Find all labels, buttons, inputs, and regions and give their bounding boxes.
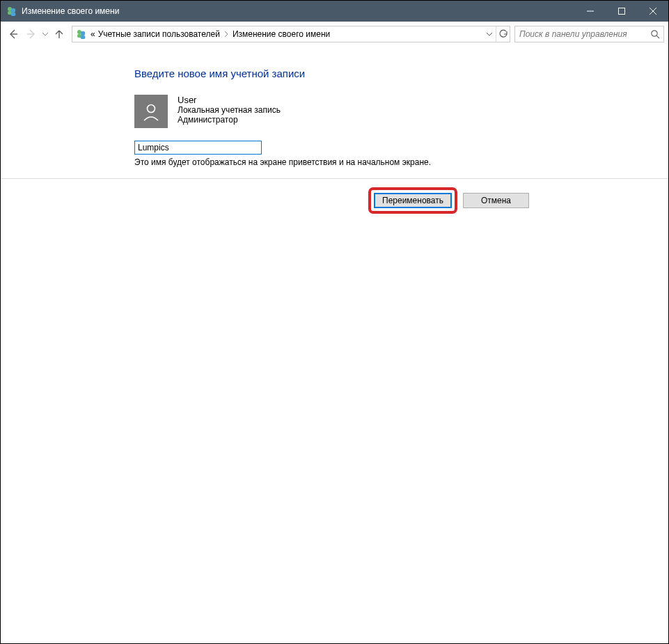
user-type: Локальная учетная запись [178,105,281,115]
svg-line-15 [656,36,659,38]
svg-rect-3 [11,13,16,16]
svg-rect-13 [81,36,86,39]
svg-point-16 [148,105,155,113]
svg-rect-5 [618,8,624,15]
avatar-icon [134,95,168,128]
search-icon[interactable] [650,29,661,40]
close-button[interactable] [637,1,668,22]
search-input[interactable] [518,29,650,40]
page-heading: Введите новое имя учетной записи [134,68,524,79]
highlight-annotation: Переименовать [368,187,457,214]
navbar: « Учетные записи пользователей Изменение… [1,22,668,47]
up-button[interactable] [51,26,68,42]
titlebar: Изменение своего имени [1,1,668,22]
rename-button[interactable]: Переименовать [374,193,452,208]
user-info: User Локальная учетная запись Администра… [178,95,281,125]
window-controls [574,1,668,22]
forward-button[interactable] [23,26,40,42]
minimize-button[interactable] [574,1,606,22]
user-role: Администратор [178,115,281,125]
breadcrumb-item[interactable]: Учетные записи пользователей [98,29,220,39]
svg-point-14 [652,31,657,36]
chevron-right-icon[interactable] [224,31,228,38]
user-accounts-icon [6,6,17,17]
recent-locations-dropdown[interactable] [41,26,49,42]
back-button[interactable] [5,26,22,42]
user-name: User [178,95,281,105]
content-area: Введите новое имя учетной записи User Ло… [1,47,668,222]
window-title: Изменение своего имени [22,6,119,16]
cancel-button[interactable]: Отмена [463,193,529,208]
breadcrumb-prefix: « [90,29,95,39]
address-history-dropdown[interactable] [482,26,496,42]
refresh-button[interactable] [496,26,510,42]
user-accounts-icon [75,28,88,40]
breadcrumb-item[interactable]: Изменение своего имени [233,29,330,39]
button-row: Переименовать Отмена [1,179,668,222]
new-name-input[interactable] [134,141,262,155]
address-bar[interactable]: « Учетные записи пользователей Изменение… [72,26,510,42]
hint-text: Это имя будет отображаться на экране при… [134,157,524,167]
user-block: User Локальная учетная запись Администра… [134,95,524,128]
maximize-button[interactable] [606,1,637,22]
search-box[interactable] [514,26,664,42]
